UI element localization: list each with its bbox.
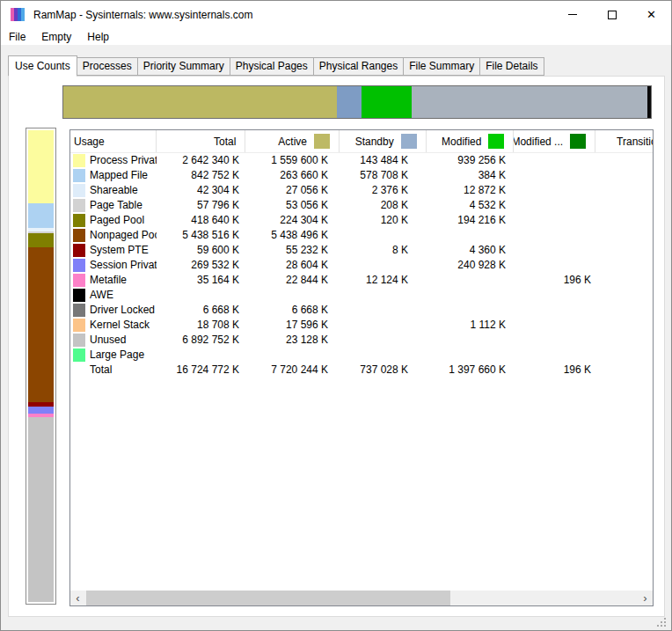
modified-value: 4 360 K <box>427 243 515 258</box>
transition-value <box>597 363 654 378</box>
table-row-total[interactable]: Total16 724 772 K7 720 244 K737 028 K1 3… <box>70 363 653 378</box>
row-color-swatch <box>73 304 85 317</box>
table-row-system-pte[interactable]: System PTE59 600 K55 232 K8 K4 360 K <box>70 243 653 258</box>
modified-value: 240 928 K <box>427 258 515 273</box>
usage-label: Unused <box>90 333 126 348</box>
standby-value <box>340 333 427 348</box>
table-row-mapped-file[interactable]: Mapped File842 752 K263 660 K578 708 K38… <box>70 168 653 183</box>
table-row-awe[interactable]: AWE <box>70 288 653 303</box>
transition-value <box>597 273 654 288</box>
row-color-swatch <box>73 154 85 167</box>
modified-no-write-value <box>515 348 597 363</box>
usage-label: Session Private <box>90 258 157 273</box>
usage-cell: Paged Pool <box>70 213 157 228</box>
tab-processes[interactable]: Processes <box>77 57 138 76</box>
tab-strip: Use CountsProcessesPriority SummaryPhysi… <box>8 55 544 76</box>
tab-file-summary[interactable]: File Summary <box>403 57 480 76</box>
tab-file-details[interactable]: File Details <box>479 57 544 76</box>
scrollbar-thumb[interactable] <box>86 591 450 605</box>
menu-file[interactable]: File <box>1 29 33 45</box>
column-header-modified[interactable]: Modified <box>427 130 515 152</box>
window-title: RamMap - Sysinternals: www.sysinternals.… <box>33 9 252 21</box>
total-value: 35 164 K <box>157 273 246 288</box>
usage-cell: Shareable <box>70 183 157 198</box>
transition-value <box>597 228 654 243</box>
usage-cell: Metafile <box>70 273 157 288</box>
column-header-usage[interactable]: Usage <box>70 130 157 152</box>
transition-value <box>597 243 654 258</box>
table-row-unused[interactable]: Unused6 892 752 K23 128 K <box>70 333 653 348</box>
usage-cell: Total <box>70 363 157 378</box>
table-row-driver-locked[interactable]: Driver Locked6 668 K6 668 K <box>70 303 653 318</box>
tab-priority-summary[interactable]: Priority Summary <box>137 57 230 76</box>
close-button[interactable]: ✕ <box>632 1 671 28</box>
table-row-large-page[interactable]: Large Page <box>70 348 653 363</box>
column-header-active[interactable]: Active <box>245 130 340 152</box>
maximize-button[interactable] <box>592 1 632 28</box>
standby-value: 737 028 K <box>340 363 427 378</box>
tab-physical-ranges[interactable]: Physical Ranges <box>313 57 404 76</box>
table-row-session-private[interactable]: Session Private269 532 K28 604 K240 928 … <box>70 258 653 273</box>
total-value: 5 438 516 K <box>157 228 246 243</box>
row-color-swatch <box>73 199 85 212</box>
use-counts-tab-page: UsageTotalActiveStandbyModifiedModified … <box>8 76 665 617</box>
status-bar <box>1 617 671 630</box>
column-header-standby[interactable]: Standby <box>340 130 427 152</box>
modified-no-write-value <box>515 318 597 333</box>
modified-no-write-value <box>515 288 597 303</box>
scroll-left-icon: ‹ <box>76 592 79 604</box>
transition-value <box>597 318 654 333</box>
usage-label: Total <box>90 363 112 378</box>
use-counts-table: UsageTotalActiveStandbyModifiedModified … <box>69 129 654 606</box>
standby-value: 12 124 K <box>340 273 427 288</box>
total-value: 16 724 772 K <box>157 363 246 378</box>
total-value <box>157 348 246 363</box>
scrollbar-track[interactable] <box>85 591 638 605</box>
table-row-shareable[interactable]: Shareable42 304 K27 056 K2 376 K12 872 K <box>70 183 653 198</box>
transition-value <box>597 303 654 318</box>
usage-label: Kernel Stack <box>90 318 150 333</box>
resize-grip-icon[interactable] <box>657 618 666 627</box>
modified-value: 384 K <box>427 168 515 183</box>
usage-cell: Process Private <box>70 153 157 168</box>
tab-physical-pages[interactable]: Physical Pages <box>230 57 314 76</box>
menu-empty[interactable]: Empty <box>33 29 79 45</box>
standby-value: 208 K <box>340 198 427 213</box>
table-row-paged-pool[interactable]: Paged Pool418 640 K224 304 K120 K194 216… <box>70 213 653 228</box>
modified-value: 12 872 K <box>427 183 515 198</box>
modified-value <box>427 228 515 243</box>
active-value: 6 668 K <box>246 303 340 318</box>
column-header-transition[interactable]: Transitio <box>595 130 653 152</box>
row-color-swatch <box>73 274 85 287</box>
menu-help[interactable]: Help <box>79 29 117 45</box>
modified-value <box>427 288 515 303</box>
modified-value: 1 397 660 K <box>427 363 515 378</box>
tab-use-counts[interactable]: Use Counts <box>8 55 77 77</box>
table-row-nonpaged-pool[interactable]: Nonpaged Pool5 438 516 K5 438 496 K <box>70 228 653 243</box>
row-color-swatch <box>73 259 85 272</box>
column-header-total[interactable]: Total <box>157 130 246 152</box>
rammap-window: RamMap - Sysinternals: www.sysinternals.… <box>0 0 672 631</box>
scroll-left-button[interactable]: ‹ <box>70 591 85 605</box>
row-color-swatch <box>73 244 85 257</box>
table-row-process-private[interactable]: Process Private2 642 340 K1 559 600 K143… <box>70 153 653 168</box>
scroll-right-button[interactable]: › <box>638 591 653 605</box>
icon-stripe <box>21 8 25 21</box>
usage-cell: Mapped File <box>70 168 157 183</box>
total-value: 18 708 K <box>157 318 246 333</box>
transition-value <box>597 168 654 183</box>
horizontal-scrollbar[interactable]: ‹ › <box>70 591 653 605</box>
table-row-metafile[interactable]: Metafile35 164 K22 844 K12 124 K196 K <box>70 273 653 288</box>
modified-color-swatch <box>488 134 504 149</box>
active-value: 28 604 K <box>246 258 340 273</box>
minimize-button[interactable] <box>552 1 592 28</box>
usage-cell: Driver Locked <box>70 303 157 318</box>
usage-bar-segment-mapped-file <box>28 203 54 228</box>
table-row-kernel-stack[interactable]: Kernel Stack18 708 K17 596 K1 112 K <box>70 318 653 333</box>
table-row-page-table[interactable]: Page Table57 796 K53 056 K208 K4 532 K <box>70 198 653 213</box>
transition-value <box>597 153 654 168</box>
modified-no-write-value <box>515 243 597 258</box>
column-header-modified-no-write[interactable]: Modified ... <box>514 130 595 152</box>
usage-bar-segment-session-private <box>28 407 54 414</box>
transition-value <box>597 288 654 303</box>
